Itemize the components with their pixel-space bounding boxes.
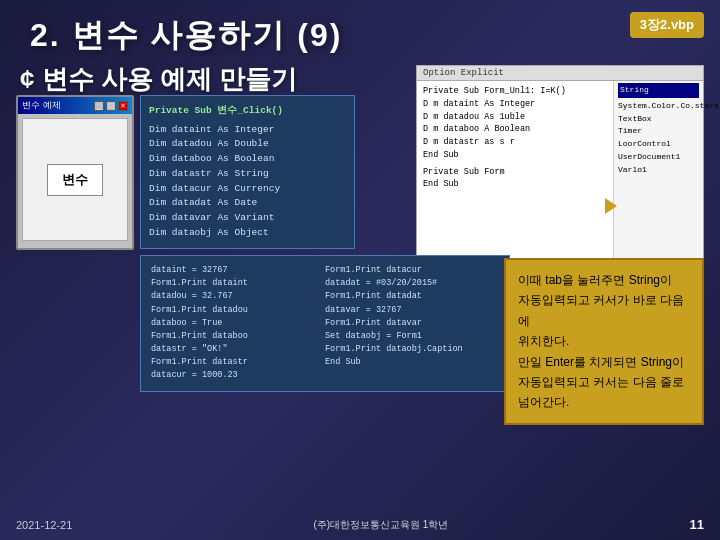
right-text-line-6: 넘어간다. — [518, 392, 690, 412]
form-body: 변수 — [22, 118, 128, 241]
bottom-line-13: datavar = 32767 — [325, 304, 499, 317]
code-line-5: Dim datacur As Currency — [149, 182, 346, 197]
window-controls: _ □ ✕ — [94, 101, 128, 111]
code-panel-body: Private Sub Form_Unl1: I=K() D m dataint… — [417, 81, 703, 271]
bottom-line-16: Form1.Print dataobj.Caption — [325, 343, 499, 356]
code-right-private: Private Sub Form — [423, 166, 607, 179]
code-left-lines: Dim dataint As Integer Dim datadou As Do… — [149, 123, 346, 241]
footer-date: 2021-12-21 — [16, 519, 72, 531]
right-text-line-5: 자동입력되고 커서는 다음 줄로 — [518, 372, 690, 392]
bottom-line-11: datadat = #03/20/2015# — [325, 277, 499, 290]
code-box-left: Private Sub 변수_Click() Dim dataint As In… — [140, 95, 355, 249]
footer: 2021-12-21 (주)대한정보통신교육원 1학년 11 — [0, 517, 720, 532]
bottom-line-5: databoo = True — [151, 317, 325, 330]
form-titlebar: 변수 예제 _ □ ✕ — [18, 97, 132, 114]
code-line-8: Dim dataobj As Object — [149, 226, 346, 241]
code-right-line-4: D m databoo A Boolean — [423, 123, 607, 136]
sidebar-highlight: String — [618, 83, 699, 98]
code-right-end-sub: End Sub — [423, 149, 607, 162]
code-line-2: Dim datadou As Double — [149, 137, 346, 152]
right-text-box: 이때 tab을 눌러주면 String이 자동입력되고 커서가 바로 다음에 위… — [504, 258, 704, 425]
right-text-line-3: 위치한다. — [518, 331, 690, 351]
code-right-line-5: D m datastr as s r — [423, 136, 607, 149]
arrow-indicator — [605, 198, 617, 214]
code-panel-right: Option Explicit Private Sub Form_Unl1: I… — [416, 65, 704, 275]
right-text-line-1: 이때 tab을 눌러주면 String이 — [518, 270, 690, 290]
minimize-button[interactable]: _ — [94, 101, 104, 111]
code-panel-header: Option Explicit — [417, 66, 703, 81]
form-label: 변수 — [47, 164, 103, 196]
form-title-text: 변수 예제 — [22, 99, 61, 112]
code-sub-title: Private Sub 변수_Click() — [149, 104, 346, 119]
sidebar-item-2: TextBox — [618, 113, 699, 126]
footer-page: 11 — [690, 517, 704, 532]
bottom-line-15: Set dataobj = Form1 — [325, 330, 499, 343]
form-window: 변수 예제 _ □ ✕ 변수 — [16, 95, 134, 250]
chapter-badge: 3장2.vbp — [630, 12, 704, 38]
bottom-line-17: End Sub — [325, 356, 499, 369]
code-line-1: Dim dataint As Integer — [149, 123, 346, 138]
sidebar-item-4: LoorControl — [618, 138, 699, 151]
code-line-6: Dim datadat As Date — [149, 196, 346, 211]
code-bottom-grid: dataint = 32767 Form1.Print dataint data… — [151, 264, 499, 383]
right-text-line-2: 자동입력되고 커서가 바로 다음에 — [518, 290, 690, 331]
main-heading: 2. 변수 사용하기 (9) — [30, 14, 342, 58]
code-right-line-2: D m dataint As Integer — [423, 98, 607, 111]
code-bottom-col2: Form1.Print datacur datadat = #03/20/201… — [325, 264, 499, 383]
bottom-line-14: Form1.Print datavar — [325, 317, 499, 330]
code-panel-main: Private Sub Form_Unl1: I=K() D m dataint… — [417, 81, 613, 271]
right-text-line-4: 만일 Enter를 치게되면 String이 — [518, 352, 690, 372]
code-box-bottom: dataint = 32767 Form1.Print dataint data… — [140, 255, 510, 392]
code-bottom-col1: dataint = 32767 Form1.Print dataint data… — [151, 264, 325, 383]
code-panel-sidebar: String System.Color.Co.stars TextBox Tim… — [613, 81, 703, 271]
sidebar-item-1: System.Color.Co.stars — [618, 100, 699, 113]
code-line-7: Dim datavar As Variant — [149, 211, 346, 226]
sidebar-item-5: UserDocument1 — [618, 151, 699, 164]
code-line-3: Dim databoo As Boolean — [149, 152, 346, 167]
bottom-line-8: Form1.Print datastr — [151, 356, 325, 369]
bottom-line-9: datacur = 1000.23 — [151, 369, 325, 382]
bottom-line-1: dataint = 32767 — [151, 264, 325, 277]
maximize-button[interactable]: □ — [106, 101, 116, 111]
bottom-line-7: datastr = "OK!" — [151, 343, 325, 356]
sub-heading: ¢ 변수 사용 예제 만들기 — [20, 62, 297, 97]
code-right-line-3: D m datadou As 1uble — [423, 111, 607, 124]
code-right-end-sub2: End Sub — [423, 178, 607, 191]
bottom-line-3: datadou = 32.767 — [151, 290, 325, 303]
sidebar-item-6: Varlo1 — [618, 164, 699, 177]
bottom-line-6: Form1.Print databoo — [151, 330, 325, 343]
bottom-line-12: Form1.Print datadat — [325, 290, 499, 303]
footer-center: (주)대한정보통신교육원 1학년 — [313, 518, 448, 532]
sidebar-item-3: Timer — [618, 125, 699, 138]
code-line-4: Dim datastr As String — [149, 167, 346, 182]
code-right-line-1: Private Sub Form_Unl1: I=K() — [423, 85, 607, 98]
close-button[interactable]: ✕ — [118, 101, 128, 111]
bottom-line-2: Form1.Print dataint — [151, 277, 325, 290]
bottom-line-4: Form1.Print datadou — [151, 304, 325, 317]
bottom-line-10: Form1.Print datacur — [325, 264, 499, 277]
